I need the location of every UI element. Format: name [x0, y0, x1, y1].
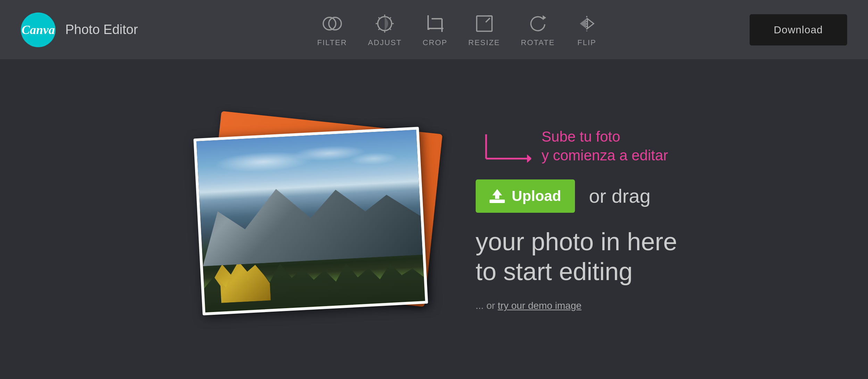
upload-icon: [490, 189, 505, 203]
toolbar-item-filter[interactable]: FILTER: [317, 12, 347, 47]
resize-label: RESIZE: [468, 38, 500, 47]
callout-area: Sube tu foto y comienza a editar: [476, 127, 668, 166]
svg-point-1: [329, 17, 341, 30]
cta-line2: to start editing: [476, 256, 677, 286]
svg-point-0: [323, 17, 336, 30]
svg-line-8: [378, 28, 380, 30]
logo-area: Canva Photo Editor: [21, 12, 138, 47]
main-cta-text: your photo in here to start editing: [476, 227, 677, 287]
svg-rect-15: [427, 28, 429, 30]
svg-marker-26: [527, 154, 531, 163]
svg-line-6: [390, 28, 391, 30]
canva-logo-text: Canva: [22, 23, 55, 37]
upload-row: Upload or drag: [476, 179, 651, 213]
demo-link[interactable]: try our demo image: [498, 300, 582, 311]
main-content: Sube tu foto y comienza a editar Upload …: [0, 60, 868, 379]
demo-link-row: ... or try our demo image: [476, 300, 582, 311]
photo-stack: [191, 112, 434, 327]
svg-marker-22: [580, 19, 586, 28]
or-drag-text: or drag: [589, 185, 650, 207]
autumn-trees: [214, 258, 271, 303]
toolbar-item-flip[interactable]: FLIP: [576, 12, 598, 47]
svg-marker-23: [587, 19, 594, 28]
callout-text: Sube tu foto y comienza a editar: [542, 127, 668, 165]
demo-prefix: ... or: [476, 300, 498, 311]
callout-line2: y comienza a editar: [542, 146, 668, 165]
cta-line1: your photo in here: [476, 227, 677, 256]
toolbar-item-resize[interactable]: RESIZE: [468, 12, 500, 47]
toolbar-item-adjust[interactable]: ADJUST: [368, 12, 402, 47]
upload-button[interactable]: Upload: [476, 179, 575, 213]
callout-line1: Sube tu foto: [542, 127, 668, 146]
svg-marker-28: [492, 189, 502, 199]
toolbar-nav: FILTER ADJUST: [166, 12, 749, 47]
header: Canva Photo Editor FILTER: [0, 0, 868, 60]
filter-label: FILTER: [317, 38, 347, 47]
upload-label: Upload: [512, 188, 561, 204]
right-content: Sube tu foto y comienza a editar Upload …: [476, 127, 677, 312]
app-title: Photo Editor: [65, 22, 138, 37]
svg-marker-20: [543, 15, 546, 20]
crop-icon: [424, 12, 446, 35]
rotate-label: ROTATE: [521, 38, 555, 47]
svg-line-4: [390, 17, 391, 19]
arrow-graphic: [476, 131, 531, 166]
flip-label: FLIP: [577, 38, 596, 47]
download-button[interactable]: Download: [750, 14, 847, 45]
photo-front: [193, 127, 428, 315]
svg-rect-27: [490, 200, 505, 203]
adjust-icon: [374, 12, 396, 35]
svg-line-10: [378, 17, 380, 19]
canva-logo[interactable]: Canva: [21, 12, 56, 47]
toolbar-item-crop[interactable]: CROP: [423, 12, 448, 47]
rotate-icon: [527, 12, 549, 35]
adjust-label: ADJUST: [368, 38, 402, 47]
flip-icon: [576, 12, 598, 35]
resize-icon: [473, 12, 495, 35]
toolbar-item-rotate[interactable]: ROTATE: [521, 12, 555, 47]
mountain-photo: [196, 130, 425, 313]
svg-line-19: [486, 18, 490, 22]
crop-label: CROP: [423, 38, 448, 47]
filter-icon: [321, 12, 343, 35]
